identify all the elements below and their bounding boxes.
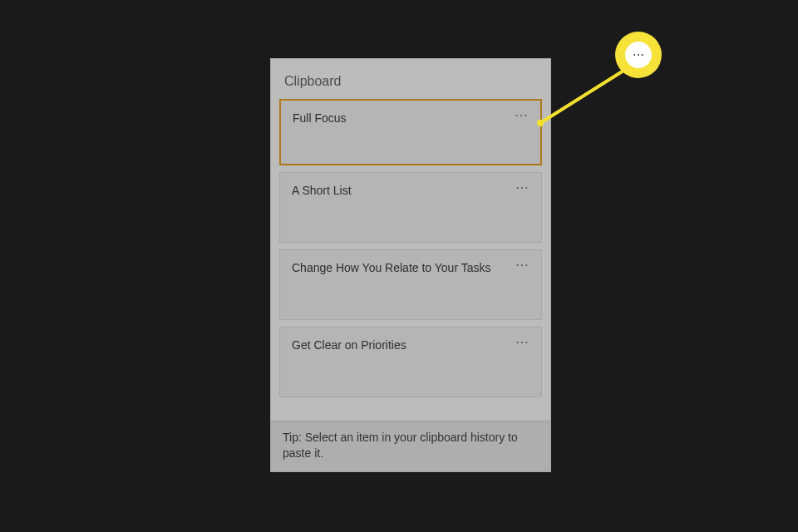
clipboard-panel: Clipboard Full Focus ⋯ A Short List ⋯ Ch… — [270, 58, 551, 472]
clipboard-item-text: A Short List — [292, 183, 530, 198]
ellipsis-icon[interactable]: ⋯ — [512, 334, 533, 351]
ellipsis-icon[interactable]: ⋯ — [512, 257, 533, 273]
clipboard-item[interactable]: A Short List ⋯ — [279, 172, 542, 243]
callout-highlight: ⋯ — [615, 32, 662, 78]
clipboard-item[interactable]: Change How You Relate to Your Tasks ⋯ — [279, 249, 542, 320]
clipboard-item-text: Change How You Relate to Your Tasks — [292, 260, 530, 275]
clipboard-item-text: Get Clear on Priorities — [292, 337, 530, 352]
tip-text: Tip: Select an item in your clipboard hi… — [271, 421, 550, 471]
clipboard-item[interactable]: Full Focus ⋯ — [279, 99, 542, 165]
ellipsis-icon[interactable]: ⋯ — [512, 180, 533, 196]
ellipsis-icon: ⋯ — [625, 42, 652, 68]
clipboard-item-text: Full Focus — [293, 111, 529, 126]
ellipsis-icon[interactable]: ⋯ — [511, 107, 532, 124]
clipboard-items-list: Full Focus ⋯ A Short List ⋯ Change How Y… — [271, 99, 550, 421]
svg-line-0 — [540, 66, 630, 123]
panel-title: Clipboard — [271, 59, 550, 99]
clipboard-item[interactable]: Get Clear on Priorities ⋯ — [279, 327, 542, 397]
